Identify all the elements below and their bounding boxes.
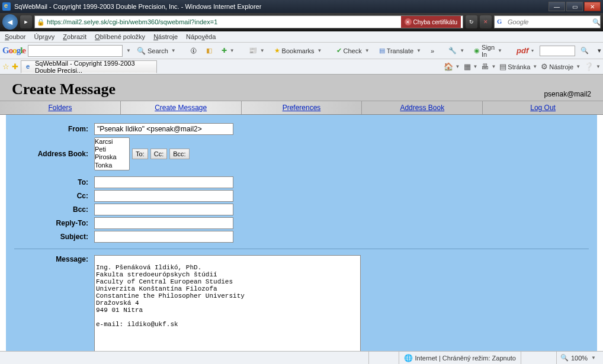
check-button[interactable]: ✔Check▼ bbox=[333, 44, 373, 57]
wrench-icon[interactable]: 🔧▼ bbox=[445, 44, 468, 57]
zoom-control[interactable]: 🔍 100% ▼ bbox=[556, 352, 599, 355]
google-search-input[interactable] bbox=[28, 45, 123, 57]
page-icon: e bbox=[26, 63, 33, 71]
zone-label: Internet | Chráněný režim: Zapnuto bbox=[415, 355, 516, 355]
menu-edit[interactable]: Úpravy bbox=[34, 33, 54, 40]
page-menu[interactable]: ▤Stránka▼ bbox=[499, 62, 537, 71]
window-titlebar: SqWebMail - Copyright 1999-2003 Double P… bbox=[0, 0, 603, 13]
status-spacer bbox=[521, 352, 556, 355]
nav-logout[interactable]: Log Out bbox=[483, 101, 603, 114]
tab-strip: ☆ ✚ e SqWebMail - Copyright 1999-2003 Do… bbox=[0, 59, 603, 75]
google-search-button[interactable]: 🔍Search▼ bbox=[133, 44, 179, 57]
right-search-icon[interactable]: 🔍 bbox=[577, 44, 592, 57]
cert-error-label: Chyba certifikátu bbox=[413, 19, 457, 25]
nav-address-book[interactable]: Address Book bbox=[362, 101, 482, 114]
google-logo[interactable]: Google bbox=[2, 46, 25, 56]
menu-help[interactable]: Nápověda bbox=[186, 33, 216, 40]
page-icon: ▤ bbox=[499, 62, 506, 71]
browser-search-box[interactable]: G 🔍 bbox=[494, 15, 601, 28]
right-search-input[interactable] bbox=[540, 46, 575, 56]
address-bar[interactable]: 🔒 ✕ Chyba certifikátu bbox=[34, 15, 463, 28]
right-dropdown[interactable]: ▾ bbox=[594, 44, 603, 57]
maximize-button[interactable]: ▭ bbox=[566, 2, 583, 11]
compose-panel: From: Address Book: KarcsiPetiPiroskaTon… bbox=[6, 115, 597, 355]
translate-button[interactable]: ▤Translate▼ bbox=[376, 44, 425, 57]
search-icon: 🔍 bbox=[137, 47, 146, 55]
feed-icon: ▦ bbox=[464, 62, 471, 71]
message-body[interactable] bbox=[94, 255, 361, 353]
check-icon: ✔ bbox=[336, 47, 342, 54]
minimize-button[interactable]: — bbox=[549, 2, 565, 11]
addr-to-button[interactable]: To: bbox=[132, 149, 148, 159]
message-label: Message: bbox=[14, 255, 94, 263]
replyto-field[interactable] bbox=[94, 217, 233, 229]
url-input[interactable] bbox=[47, 18, 402, 25]
tools-menu[interactable]: ⚙Nástroje▼ bbox=[541, 62, 580, 71]
cert-error-icon: ✕ bbox=[405, 18, 412, 25]
replyto-label: Reply-To: bbox=[14, 219, 94, 227]
add-favorite-icon[interactable]: ✚ bbox=[12, 62, 18, 71]
addr-bcc-button[interactable]: Bcc: bbox=[169, 149, 189, 159]
google-icon: G bbox=[496, 17, 505, 27]
menu-favorites[interactable]: Oblíbené položky bbox=[95, 33, 145, 40]
tab-title: SqWebMail - Copyright 1999-2003 Double P… bbox=[35, 60, 152, 74]
addr-cc-button[interactable]: Cc: bbox=[150, 149, 168, 159]
refresh-button[interactable]: ↻ bbox=[466, 15, 477, 28]
webmail-nav: Folders Create Message Preferences Addre… bbox=[0, 101, 603, 115]
plus-icon[interactable]: ✚▼ bbox=[218, 44, 238, 57]
share-icon[interactable]: ◧ bbox=[203, 44, 216, 57]
dropdown-icon[interactable]: ▼ bbox=[126, 48, 131, 53]
stop-button[interactable]: ✕ bbox=[480, 15, 492, 28]
search-icon[interactable]: 🔍 bbox=[590, 18, 603, 26]
from-field[interactable] bbox=[94, 123, 233, 135]
status-bar: 🌐 Internet | Chráněný režim: Zapnuto 🔍 1… bbox=[0, 351, 603, 355]
home-button[interactable]: 🏠▼ bbox=[444, 62, 460, 71]
addressbook-select[interactable]: KarcsiPetiPiroskaTonka bbox=[94, 137, 130, 170]
nav-create-message[interactable]: Create Message bbox=[121, 101, 241, 114]
security-zone[interactable]: 🌐 Internet | Chráněný režim: Zapnuto bbox=[399, 352, 521, 355]
google-toolbar: Google ▼ 🔍Search▼ 🛈 ◧ ✚▼ 📰▼ ★Bookmarks▼ … bbox=[0, 43, 603, 59]
lock-icon: 🔒 bbox=[37, 18, 45, 26]
close-button[interactable]: ✕ bbox=[584, 2, 601, 11]
subject-label: Subject: bbox=[14, 233, 94, 241]
print-button[interactable]: 🖶▼ bbox=[481, 62, 496, 71]
nav-folders[interactable]: Folders bbox=[0, 101, 120, 114]
home-icon: 🏠 bbox=[444, 62, 453, 71]
print-icon: 🖶 bbox=[481, 62, 489, 71]
browser-menubar: Soubor Úpravy Zobrazit Oblíbené položky … bbox=[0, 31, 603, 43]
bcc-field[interactable] bbox=[94, 204, 233, 215]
favorites-star-icon[interactable]: ☆ bbox=[2, 62, 9, 71]
browser-search-input[interactable] bbox=[505, 18, 590, 25]
subject-field[interactable] bbox=[94, 231, 233, 243]
help-button[interactable]: ❔▼ bbox=[584, 62, 601, 71]
divider bbox=[14, 249, 589, 249]
news-icon[interactable]: 📰▼ bbox=[245, 44, 268, 57]
forward-button[interactable]: ► bbox=[20, 15, 32, 28]
signin-button[interactable]: ◉Sign In▼ bbox=[470, 44, 506, 57]
menu-file[interactable]: Soubor bbox=[5, 33, 25, 40]
svg-text:G: G bbox=[497, 18, 502, 25]
gear-icon: ⚙ bbox=[541, 62, 548, 71]
menu-tools[interactable]: Nástroje bbox=[153, 33, 178, 40]
back-button[interactable]: ◄ bbox=[2, 14, 18, 30]
cc-field[interactable] bbox=[94, 190, 233, 202]
browser-navbar: ◄ ► 🔒 ✕ Chyba certifikátu ↻ ✕ G 🔍 bbox=[0, 13, 603, 31]
zoom-value: 100% bbox=[571, 355, 588, 355]
menu-view[interactable]: Zobrazit bbox=[63, 33, 86, 40]
more-button[interactable]: » bbox=[427, 44, 438, 57]
feeds-button[interactable]: ▦▼ bbox=[464, 62, 478, 71]
globe-icon: 🌐 bbox=[404, 354, 413, 355]
to-field[interactable] bbox=[94, 176, 233, 188]
info-icon[interactable]: 🛈 bbox=[187, 44, 200, 57]
page-viewport: Create Message psenak@mail2 Folders Crea… bbox=[0, 75, 603, 355]
to-label: To: bbox=[14, 178, 94, 186]
star-icon: ★ bbox=[274, 47, 280, 54]
bcc-label: Bcc: bbox=[14, 205, 94, 214]
nav-preferences[interactable]: Preferences bbox=[242, 101, 362, 114]
browser-tab[interactable]: e SqWebMail - Copyright 1999-2003 Double… bbox=[21, 60, 157, 73]
cc-label: Cc: bbox=[14, 192, 94, 200]
certificate-error-badge[interactable]: ✕ Chyba certifikátu bbox=[401, 16, 461, 28]
translate-icon: ▤ bbox=[379, 47, 385, 54]
bookmarks-button[interactable]: ★Bookmarks▼ bbox=[271, 44, 326, 57]
pdf-label[interactable]: pdf▾ bbox=[513, 44, 537, 57]
